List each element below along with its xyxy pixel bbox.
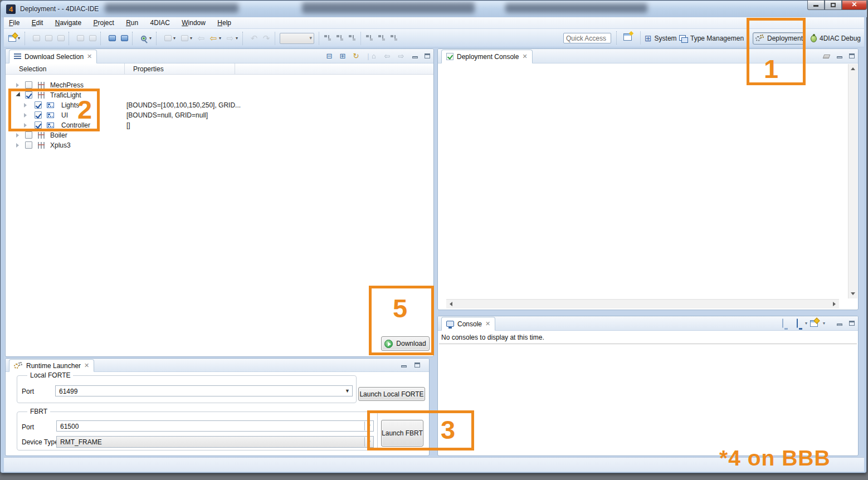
- forward-icon[interactable]: ⇨: [396, 52, 406, 61]
- annotation-number-5: 5: [393, 293, 407, 324]
- menu-4diac[interactable]: 4DIAC: [145, 17, 175, 27]
- pin-console-icon[interactable]: [778, 319, 788, 328]
- runtime-launcher-view: Runtime Launcher ✕ Local FORTE Port 6149…: [5, 358, 430, 456]
- tree-item-properties: [BOUNDS=[100,100,150,250], GRID...: [126, 100, 241, 110]
- expand-all-icon[interactable]: ⊞: [338, 52, 348, 61]
- tab-download-selection-label: Download Selection: [25, 53, 84, 61]
- tab-console-label: Console: [457, 320, 482, 328]
- maximize-view-icon[interactable]: [412, 361, 422, 370]
- tab-runtime-launcher-label: Runtime Launcher: [26, 362, 81, 370]
- minimize-view-icon[interactable]: [835, 319, 845, 328]
- launch-local-forte-label: Launch Local FORTE: [359, 390, 423, 398]
- menu-window[interactable]: Window: [177, 17, 211, 27]
- runtime-launcher-tabstrip: Runtime Launcher ✕: [6, 359, 429, 372]
- tree-row[interactable]: Boiler: [6, 130, 433, 140]
- column-selection[interactable]: Selection: [19, 65, 46, 73]
- close-tab-icon[interactable]: ✕: [84, 362, 89, 369]
- maximize-view-icon[interactable]: [422, 52, 432, 61]
- system-perspective-icon: ⊞: [645, 35, 652, 42]
- launch-local-forte-button[interactable]: Launch Local FORTE: [358, 387, 425, 401]
- quick-access-input[interactable]: [563, 33, 611, 43]
- collapse-all-icon[interactable]: ⊟: [324, 52, 334, 61]
- local-port-value: 61499: [59, 388, 77, 395]
- console-message: No consoles to display at this time.: [439, 332, 857, 344]
- titlebar[interactable]: 4 Deployment - - 4DIAC-IDE: [1, 1, 867, 17]
- tab-runtime-launcher[interactable]: Runtime Launcher ✕: [9, 359, 94, 372]
- close-tab-icon[interactable]: ✕: [485, 320, 490, 327]
- system-icon: [38, 82, 46, 89]
- checkbox[interactable]: [25, 81, 32, 89]
- minimize-button[interactable]: [807, 1, 825, 10]
- expand-arrow-icon[interactable]: [16, 83, 19, 87]
- local-port-combo[interactable]: 61499 ▼: [55, 385, 353, 396]
- console-tabstrip: Console ✕ ▾ ▾: [438, 316, 858, 331]
- console-view: Console ✕ ▾ ▾ No consoles to display at …: [437, 316, 859, 456]
- vertical-scrollbar[interactable]: [848, 64, 857, 298]
- annotation-number-3: 3: [441, 414, 455, 445]
- checkbox[interactable]: [25, 141, 32, 149]
- tab-deployment-console[interactable]: Deployment Console ✕: [441, 50, 533, 63]
- horizontal-scrollbar[interactable]: [446, 299, 839, 308]
- clear-console-icon[interactable]: [821, 52, 831, 61]
- maximize-button[interactable]: [825, 1, 842, 10]
- perspective-system-label: System: [655, 35, 677, 42]
- annotation-note: *4 on BBB: [719, 446, 831, 471]
- chevron-down-icon[interactable]: ▼: [343, 386, 352, 395]
- device-type-combo[interactable]: RMT_FRAME ▼: [56, 436, 374, 448]
- minimize-view-icon[interactable]: [835, 52, 845, 61]
- application-window: 4 Deployment - - 4DIAC-IDE ✕ File Edit N…: [0, 0, 867, 473]
- deployment-console-view: Deployment Console ✕: [437, 48, 859, 310]
- menu-help[interactable]: Help: [212, 17, 236, 27]
- perspective-type-management[interactable]: Type Managemen: [677, 32, 746, 45]
- annotation-number-2: 2: [77, 94, 92, 125]
- menu-run[interactable]: Run: [121, 17, 143, 27]
- system-icon: [38, 132, 46, 139]
- local-forte-legend: Local FORTE: [27, 371, 73, 379]
- perspective-type-management-label: Type Managemen: [690, 35, 744, 42]
- back-icon[interactable]: ⇦: [382, 52, 392, 61]
- close-tab-icon[interactable]: ✕: [87, 53, 92, 60]
- titlebar-glass-smudge: [302, 2, 475, 13]
- fbrt-group: FBRT Port 61500 ▼ Device Type RMT_FRAME …: [17, 412, 378, 450]
- close-tab-icon[interactable]: ✕: [522, 53, 527, 60]
- fbrt-port-value: 61500: [60, 423, 79, 430]
- menu-edit[interactable]: Edit: [27, 17, 48, 27]
- close-button[interactable]: ✕: [842, 1, 867, 10]
- checkbox[interactable]: [25, 131, 32, 139]
- tree-item-properties: [BOUNDS=null, GRID=null]: [126, 110, 208, 120]
- maximize-view-icon[interactable]: [847, 52, 857, 61]
- window-title: Deployment - - 4DIAC-IDE: [20, 5, 99, 13]
- refresh-icon[interactable]: ↻: [351, 52, 361, 61]
- runtime-launcher-icon: [14, 362, 23, 370]
- open-console-icon[interactable]: [809, 319, 819, 328]
- menu-navigate[interactable]: Navigate: [50, 17, 86, 27]
- fbrt-port-label: Port: [22, 423, 34, 431]
- download-selection-tabstrip: Download Selection ✕ ⊟ ⊞ ↻ | ⌂ ⇦ ⇨: [6, 49, 433, 63]
- menu-file[interactable]: File: [4, 17, 25, 27]
- home-icon[interactable]: ⌂: [369, 52, 379, 61]
- tree-row[interactable]: Xplus3: [6, 140, 433, 150]
- minimize-view-icon[interactable]: [410, 52, 420, 61]
- tree-column-header[interactable]: Selection Properties: [6, 63, 433, 75]
- maximize-view-icon[interactable]: [847, 319, 857, 328]
- open-perspective-icon[interactable]: [623, 33, 632, 41]
- perspective-4diac-debug[interactable]: 4DIAC Debug: [808, 32, 863, 45]
- expand-arrow-icon[interactable]: [16, 143, 19, 148]
- local-port-label: Port: [22, 388, 34, 395]
- tree-item-label[interactable]: Boiler: [50, 130, 67, 140]
- system-icon: [38, 142, 46, 149]
- tree-item-label[interactable]: Xplus3: [50, 140, 71, 150]
- expand-arrow-icon[interactable]: [16, 133, 19, 138]
- column-properties[interactable]: Properties: [133, 65, 164, 73]
- fbrt-port-combo[interactable]: 61500 ▼: [56, 420, 374, 432]
- minimize-view-icon[interactable]: [399, 361, 409, 370]
- local-forte-group: Local FORTE Port 61499 ▼: [17, 375, 357, 403]
- menu-project[interactable]: Project: [88, 17, 119, 27]
- perspective-debug-label: 4DIAC Debug: [820, 35, 861, 42]
- perspective-system[interactable]: ⊞ System: [642, 32, 679, 45]
- tab-download-selection[interactable]: Download Selection ✕: [9, 50, 97, 63]
- annotation-box-3: [367, 410, 474, 450]
- menu-bar: File Edit Navigate Project Run 4DIAC Win…: [4, 17, 864, 29]
- open-console-dropdown-icon[interactable]: ▾: [819, 319, 829, 328]
- tab-console[interactable]: Console ✕: [441, 317, 495, 331]
